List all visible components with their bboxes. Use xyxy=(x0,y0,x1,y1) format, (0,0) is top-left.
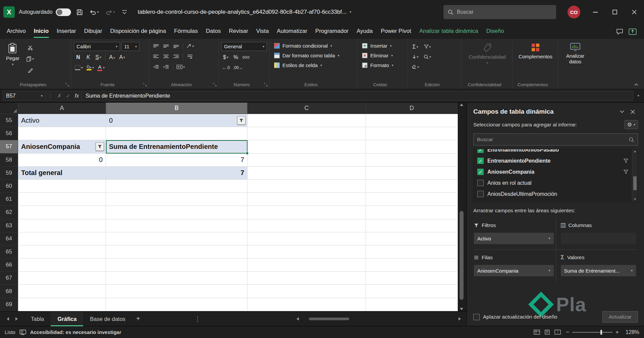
ribbon-tab-analizar-tabla-dinámica[interactable]: Analizar tabla dinámica xyxy=(415,24,482,39)
decrease-indent-button[interactable] xyxy=(152,63,160,71)
cell-C57[interactable] xyxy=(248,140,366,153)
cell-A67[interactable] xyxy=(18,272,106,285)
cell-D69[interactable] xyxy=(366,298,458,311)
search-box[interactable] xyxy=(443,5,556,19)
comments-button[interactable] xyxy=(616,29,623,35)
formula-bar-grip[interactable]: ⋮ xyxy=(46,93,55,99)
cell-B60[interactable] xyxy=(106,180,248,193)
cell-D58[interactable] xyxy=(366,154,458,167)
ribbon-tab-diseño[interactable]: Diseño xyxy=(482,24,508,39)
cell-D65[interactable] xyxy=(366,245,458,259)
dialog-launcher-icon[interactable] xyxy=(213,83,217,87)
accessibility-status[interactable]: Accesibilidad: es necesario investigar xyxy=(30,329,121,335)
row-header-68[interactable]: 68 xyxy=(0,285,18,298)
field-item-entrenamientopendiente[interactable]: ✓EntrenamientoPendiente xyxy=(475,155,631,166)
field-checkbox[interactable]: ✓ xyxy=(477,158,484,164)
accessibility-checker-icon[interactable] xyxy=(19,330,26,335)
cancel-icon[interactable]: ✗ xyxy=(55,93,64,99)
sheet-tab-gráfica[interactable]: Gráfica xyxy=(51,312,83,326)
ribbon-tab-insertar[interactable]: Insertar xyxy=(53,24,80,39)
delete-cells-button[interactable]: Eliminar▾ xyxy=(360,52,395,59)
row-header-63[interactable]: 63 xyxy=(0,219,18,232)
row-header-57[interactable]: 57 xyxy=(0,140,18,153)
ribbon-tab-vista[interactable]: Vista xyxy=(252,24,273,39)
fill-color-button[interactable]: ▾ xyxy=(85,63,95,72)
horizontal-scrollbar[interactable] xyxy=(297,317,461,321)
row-header-55[interactable]: 55 xyxy=(0,114,18,127)
cell-D62[interactable] xyxy=(366,206,458,219)
field-checkbox[interactable] xyxy=(477,180,484,186)
number-format-select[interactable]: General▾ xyxy=(221,42,267,51)
sort-filter-button[interactable]: ▾ xyxy=(423,43,432,51)
italic-button[interactable]: K xyxy=(84,53,93,61)
insert-function-button[interactable]: fx xyxy=(72,93,81,99)
cell-B63[interactable] xyxy=(106,219,248,232)
cell-D60[interactable] xyxy=(366,180,458,193)
cell-B67[interactable] xyxy=(106,272,248,285)
cell-D57[interactable] xyxy=(366,140,458,153)
cell-B55[interactable]: 0 xyxy=(106,114,248,127)
zoom-out-button[interactable]: − xyxy=(566,329,569,336)
sheet-nav-right-icon[interactable] xyxy=(12,317,21,321)
wrap-text-button[interactable] xyxy=(185,52,194,61)
pane-search-input[interactable] xyxy=(477,136,626,143)
format-as-table-button[interactable]: Dar formato como tabla▾ xyxy=(272,52,341,59)
field-item-aniosdesdeultimapromoción[interactable]: AniosDesdeUltimaPromoción xyxy=(475,188,631,200)
page-layout-view-icon[interactable] xyxy=(544,330,550,335)
select-all-button[interactable] xyxy=(0,103,18,114)
field-list-scrollbar[interactable] xyxy=(632,149,638,202)
column-header-a[interactable]: A xyxy=(18,103,106,114)
field-item-entrenamientoaniospasado[interactable]: ✓EntrenamientoAniosPasado xyxy=(475,149,631,155)
cell-C66[interactable] xyxy=(248,259,366,272)
cell-filter-button[interactable] xyxy=(96,143,104,151)
cell-C67[interactable] xyxy=(248,272,366,285)
autosave-toggle[interactable] xyxy=(56,8,71,16)
row-header-59[interactable]: 59 xyxy=(0,167,18,180)
ribbon-tab-dibujar[interactable]: Dibujar xyxy=(80,24,106,39)
zoom-slider-knob[interactable] xyxy=(600,330,602,335)
cell-D66[interactable] xyxy=(366,259,458,272)
cell-D55[interactable] xyxy=(366,114,458,127)
field-checkbox[interactable] xyxy=(477,191,484,197)
cell-C63[interactable] xyxy=(248,219,366,232)
field-scrollbar-thumb[interactable] xyxy=(633,176,637,190)
cell-C65[interactable] xyxy=(248,245,366,259)
increase-decimal-button[interactable]: ←.0 xyxy=(221,63,231,72)
column-header-c[interactable]: C xyxy=(248,103,366,114)
align-bottom-button[interactable] xyxy=(172,42,180,50)
field-item-aniosencompania[interactable]: ✓AniosenCompania xyxy=(475,166,631,177)
scroll-down-icon[interactable] xyxy=(460,308,463,310)
ribbon-tab-fórmulas[interactable]: Fórmulas xyxy=(170,24,202,39)
cell-C64[interactable] xyxy=(248,232,366,245)
cell-D59[interactable] xyxy=(366,167,458,180)
ribbon-tab-inicio[interactable]: Inicio xyxy=(30,24,53,39)
dialog-launcher-icon[interactable] xyxy=(143,83,147,87)
formula-content[interactable]: Suma de EntrenamientoPendiente xyxy=(81,91,633,101)
zoom-level[interactable]: 128% xyxy=(624,329,639,335)
cell-D67[interactable] xyxy=(366,272,458,285)
ribbon-tab-revisar[interactable]: Revisar xyxy=(225,24,252,39)
field-checkbox[interactable]: ✓ xyxy=(477,169,484,175)
increase-font-button[interactable]: A▴ xyxy=(108,53,116,61)
cell-A59[interactable]: Total general xyxy=(18,167,106,180)
cell-A69[interactable] xyxy=(18,298,106,311)
close-button[interactable] xyxy=(625,0,644,24)
ribbon-tab-ayuda[interactable]: Ayuda xyxy=(353,24,377,39)
cell-A63[interactable] xyxy=(18,219,106,232)
cell-C68[interactable] xyxy=(248,285,366,298)
cell-B65[interactable] xyxy=(106,245,248,259)
avatar[interactable]: CO xyxy=(568,6,580,18)
sheet-tab-base-de-datos[interactable]: Base de datos xyxy=(83,312,132,326)
cell-C58[interactable] xyxy=(248,154,366,167)
scroll-up-icon[interactable] xyxy=(460,104,463,106)
row-header-66[interactable]: 66 xyxy=(0,259,18,272)
dialog-launcher-icon[interactable] xyxy=(264,83,268,87)
zoom-in-button[interactable]: + xyxy=(615,329,619,336)
merge-center-button[interactable]: ▾ xyxy=(175,63,186,71)
align-top-button[interactable] xyxy=(152,42,160,50)
quick-access-toolbar-button[interactable] xyxy=(120,8,128,16)
row-header-60[interactable]: 60 xyxy=(0,180,18,193)
document-title[interactable]: tablero-de-control-curso-de-people-analy… xyxy=(138,9,352,15)
addins-button[interactable]: Complementos xyxy=(515,42,556,80)
row-header-69[interactable]: 69 xyxy=(0,298,18,311)
